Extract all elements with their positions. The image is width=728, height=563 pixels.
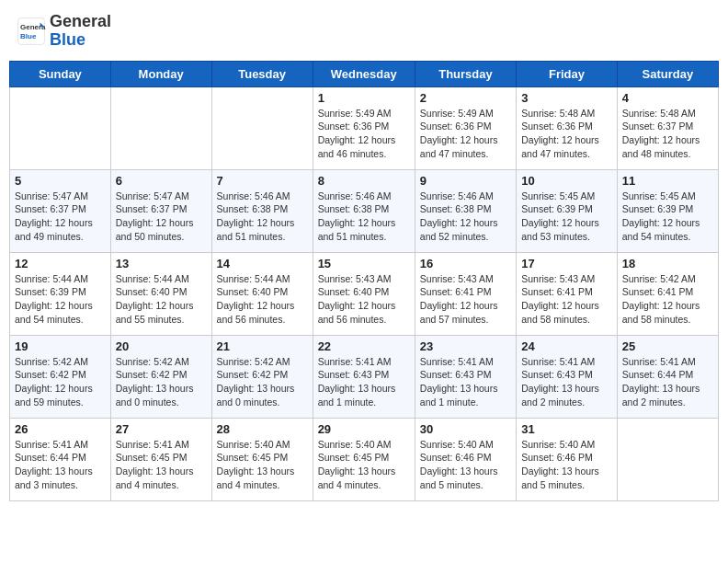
calendar-cell: 18Sunrise: 5:42 AMSunset: 6:41 PMDayligh… bbox=[617, 252, 718, 335]
day-number: 14 bbox=[217, 257, 308, 270]
day-info: Sunrise: 5:49 AMSunset: 6:36 PMDaylight:… bbox=[420, 107, 511, 161]
calendar-cell: 31Sunrise: 5:40 AMSunset: 6:46 PMDayligh… bbox=[517, 418, 618, 500]
day-info: Sunrise: 5:45 AMSunset: 6:39 PMDaylight:… bbox=[622, 190, 713, 244]
day-number: 23 bbox=[420, 339, 511, 353]
day-header-tuesday: Tuesday bbox=[211, 61, 313, 86]
logo: General Blue General Blue bbox=[17, 13, 111, 50]
day-info: Sunrise: 5:40 AMSunset: 6:46 PMDaylight:… bbox=[521, 438, 612, 492]
day-number: 10 bbox=[521, 174, 612, 188]
calendar-cell: 16Sunrise: 5:43 AMSunset: 6:41 PMDayligh… bbox=[415, 252, 516, 335]
day-number: 3 bbox=[521, 91, 612, 105]
day-info: Sunrise: 5:47 AMSunset: 6:37 PMDaylight:… bbox=[15, 190, 106, 244]
day-number: 27 bbox=[116, 422, 207, 436]
day-number: 2 bbox=[420, 91, 511, 105]
calendar-cell bbox=[110, 86, 211, 169]
day-number: 20 bbox=[116, 339, 207, 353]
calendar-cell: 14Sunrise: 5:44 AMSunset: 6:40 PMDayligh… bbox=[211, 252, 313, 335]
calendar-cell: 4Sunrise: 5:48 AMSunset: 6:37 PMDaylight… bbox=[617, 86, 718, 169]
day-info: Sunrise: 5:40 AMSunset: 6:46 PMDaylight:… bbox=[420, 438, 511, 492]
calendar-cell: 3Sunrise: 5:48 AMSunset: 6:36 PMDaylight… bbox=[517, 86, 618, 169]
day-header-saturday: Saturday bbox=[617, 61, 718, 86]
calendar-cell: 8Sunrise: 5:46 AMSunset: 6:38 PMDaylight… bbox=[313, 169, 415, 252]
calendar-cell: 11Sunrise: 5:45 AMSunset: 6:39 PMDayligh… bbox=[617, 169, 718, 252]
day-info: Sunrise: 5:42 AMSunset: 6:41 PMDaylight:… bbox=[622, 272, 713, 327]
calendar-cell: 27Sunrise: 5:41 AMSunset: 6:45 PMDayligh… bbox=[110, 418, 211, 500]
calendar-cell: 21Sunrise: 5:42 AMSunset: 6:42 PMDayligh… bbox=[211, 335, 313, 418]
calendar-cell: 26Sunrise: 5:41 AMSunset: 6:44 PMDayligh… bbox=[10, 418, 111, 500]
day-number: 5 bbox=[15, 174, 106, 188]
day-info: Sunrise: 5:43 AMSunset: 6:41 PMDaylight:… bbox=[420, 272, 511, 327]
day-header-thursday: Thursday bbox=[415, 61, 516, 86]
day-number: 25 bbox=[622, 339, 713, 353]
day-info: Sunrise: 5:49 AMSunset: 6:36 PMDaylight:… bbox=[318, 107, 410, 161]
day-info: Sunrise: 5:42 AMSunset: 6:42 PMDaylight:… bbox=[217, 355, 308, 409]
calendar-cell: 20Sunrise: 5:42 AMSunset: 6:42 PMDayligh… bbox=[110, 335, 211, 418]
day-number: 24 bbox=[521, 339, 612, 353]
calendar-cell bbox=[10, 86, 111, 169]
calendar-cell: 13Sunrise: 5:44 AMSunset: 6:40 PMDayligh… bbox=[110, 252, 211, 335]
day-info: Sunrise: 5:40 AMSunset: 6:45 PMDaylight:… bbox=[217, 438, 308, 492]
day-info: Sunrise: 5:42 AMSunset: 6:42 PMDaylight:… bbox=[116, 355, 207, 409]
day-header-sunday: Sunday bbox=[10, 61, 111, 86]
calendar-cell: 2Sunrise: 5:49 AMSunset: 6:36 PMDaylight… bbox=[415, 86, 516, 169]
week-row-3: 12Sunrise: 5:44 AMSunset: 6:39 PMDayligh… bbox=[10, 252, 719, 335]
day-info: Sunrise: 5:47 AMSunset: 6:37 PMDaylight:… bbox=[116, 190, 207, 244]
day-info: Sunrise: 5:48 AMSunset: 6:36 PMDaylight:… bbox=[521, 107, 612, 161]
day-info: Sunrise: 5:41 AMSunset: 6:43 PMDaylight:… bbox=[318, 355, 410, 409]
week-row-5: 26Sunrise: 5:41 AMSunset: 6:44 PMDayligh… bbox=[10, 418, 719, 500]
calendar-table: SundayMondayTuesdayWednesdayThursdayFrid… bbox=[9, 61, 719, 501]
day-info: Sunrise: 5:42 AMSunset: 6:42 PMDaylight:… bbox=[15, 355, 106, 409]
calendar-cell: 15Sunrise: 5:43 AMSunset: 6:40 PMDayligh… bbox=[313, 252, 415, 335]
day-info: Sunrise: 5:48 AMSunset: 6:37 PMDaylight:… bbox=[622, 107, 713, 161]
day-number: 21 bbox=[217, 339, 308, 353]
calendar-cell: 22Sunrise: 5:41 AMSunset: 6:43 PMDayligh… bbox=[313, 335, 415, 418]
calendar-cell: 17Sunrise: 5:43 AMSunset: 6:41 PMDayligh… bbox=[517, 252, 618, 335]
calendar-cell bbox=[211, 86, 313, 169]
day-number: 29 bbox=[318, 422, 410, 436]
week-row-1: 1Sunrise: 5:49 AMSunset: 6:36 PMDaylight… bbox=[10, 86, 719, 169]
week-row-4: 19Sunrise: 5:42 AMSunset: 6:42 PMDayligh… bbox=[10, 335, 719, 418]
day-number: 8 bbox=[318, 174, 410, 188]
day-header-monday: Monday bbox=[110, 61, 211, 86]
header-row: SundayMondayTuesdayWednesdayThursdayFrid… bbox=[10, 61, 719, 86]
day-number: 13 bbox=[116, 257, 207, 270]
calendar-cell: 24Sunrise: 5:41 AMSunset: 6:43 PMDayligh… bbox=[517, 335, 618, 418]
page-header: General Blue General Blue bbox=[9, 9, 719, 53]
calendar-cell: 29Sunrise: 5:40 AMSunset: 6:45 PMDayligh… bbox=[313, 418, 415, 500]
day-number: 28 bbox=[217, 422, 308, 436]
day-number: 26 bbox=[15, 422, 106, 436]
day-number: 11 bbox=[622, 174, 713, 188]
day-number: 18 bbox=[622, 257, 713, 270]
day-number: 6 bbox=[116, 174, 207, 188]
day-number: 30 bbox=[420, 422, 511, 436]
calendar-cell: 28Sunrise: 5:40 AMSunset: 6:45 PMDayligh… bbox=[211, 418, 313, 500]
calendar-cell: 7Sunrise: 5:46 AMSunset: 6:38 PMDaylight… bbox=[211, 169, 313, 252]
calendar-cell: 10Sunrise: 5:45 AMSunset: 6:39 PMDayligh… bbox=[517, 169, 618, 252]
day-number: 12 bbox=[15, 257, 106, 270]
calendar-cell: 6Sunrise: 5:47 AMSunset: 6:37 PMDaylight… bbox=[110, 169, 211, 252]
calendar-cell: 30Sunrise: 5:40 AMSunset: 6:46 PMDayligh… bbox=[415, 418, 516, 500]
calendar-cell: 1Sunrise: 5:49 AMSunset: 6:36 PMDaylight… bbox=[313, 86, 415, 169]
day-info: Sunrise: 5:46 AMSunset: 6:38 PMDaylight:… bbox=[420, 190, 511, 244]
logo-text: General Blue bbox=[50, 13, 111, 50]
day-header-wednesday: Wednesday bbox=[313, 61, 415, 86]
day-number: 9 bbox=[420, 174, 511, 188]
day-number: 19 bbox=[15, 339, 106, 353]
day-info: Sunrise: 5:46 AMSunset: 6:38 PMDaylight:… bbox=[217, 190, 308, 244]
day-number: 31 bbox=[521, 422, 612, 436]
day-number: 7 bbox=[217, 174, 308, 188]
day-number: 4 bbox=[622, 91, 713, 105]
calendar-cell: 5Sunrise: 5:47 AMSunset: 6:37 PMDaylight… bbox=[10, 169, 111, 252]
day-number: 17 bbox=[521, 257, 612, 270]
day-number: 22 bbox=[318, 339, 410, 353]
day-info: Sunrise: 5:44 AMSunset: 6:40 PMDaylight:… bbox=[116, 272, 207, 327]
day-number: 1 bbox=[318, 91, 410, 105]
day-info: Sunrise: 5:43 AMSunset: 6:40 PMDaylight:… bbox=[318, 272, 410, 327]
calendar-cell: 19Sunrise: 5:42 AMSunset: 6:42 PMDayligh… bbox=[10, 335, 111, 418]
svg-text:Blue: Blue bbox=[20, 32, 37, 40]
day-number: 16 bbox=[420, 257, 511, 270]
calendar-cell: 23Sunrise: 5:41 AMSunset: 6:43 PMDayligh… bbox=[415, 335, 516, 418]
day-info: Sunrise: 5:45 AMSunset: 6:39 PMDaylight:… bbox=[521, 190, 612, 244]
day-info: Sunrise: 5:41 AMSunset: 6:43 PMDaylight:… bbox=[521, 355, 612, 409]
calendar-cell: 12Sunrise: 5:44 AMSunset: 6:39 PMDayligh… bbox=[10, 252, 111, 335]
